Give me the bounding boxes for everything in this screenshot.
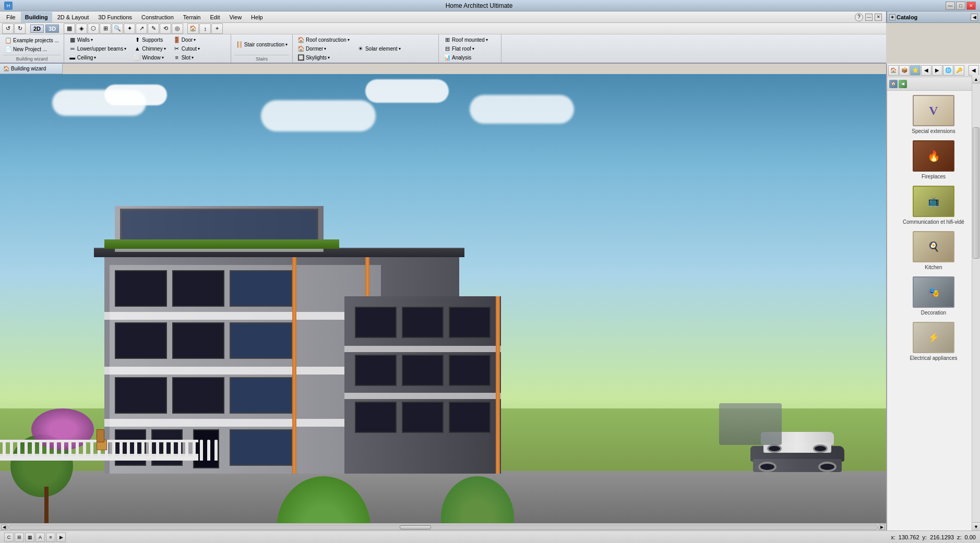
menu-terrain[interactable]: Terrain — [179, 12, 205, 22]
minimize-button[interactable]: — — [946, 2, 955, 10]
dormer-button[interactable]: 🏠 Dormer ▾ — [296, 44, 351, 53]
help-icon[interactable]: ? — [855, 13, 863, 21]
3d-viewport[interactable] — [0, 74, 886, 523]
catalog-scroll-thumb[interactable] — [973, 127, 979, 259]
close-button[interactable]: ✕ — [966, 2, 976, 10]
menu-2d-layout[interactable]: 2D & Layout — [53, 12, 93, 22]
menu-3d-functions[interactable]: 3D Functions — [94, 12, 136, 22]
skylights-button[interactable]: 🔲 Skylights ▾ — [296, 53, 351, 62]
tool-12[interactable]: ↕ — [199, 23, 211, 34]
maximize-button[interactable]: □ — [956, 2, 965, 10]
catalog-home-button[interactable]: 🏠 — [888, 65, 899, 76]
scroll-thumb[interactable] — [400, 525, 431, 529]
toolbar-section-construction: ▦ Walls ▾ ═ Lower/upper beams ▾ ▬ Ceilin… — [64, 34, 231, 63]
catalog-nav-home[interactable]: 🏠 — [889, 80, 898, 88]
communication-thumbnail: 📺 — [913, 186, 954, 217]
main-canvas[interactable] — [0, 74, 886, 523]
slot-button[interactable]: ≡ Slot ▾ — [172, 53, 201, 62]
3d-view-button[interactable]: 3D — [45, 25, 59, 33]
tool-9[interactable]: ⟲ — [160, 23, 171, 34]
catalog-key-button[interactable]: 🔑 — [954, 65, 964, 76]
roof-construction-button[interactable]: 🏠 Roof construction ▾ — [296, 35, 351, 44]
catalog-collapse-button[interactable]: ◀ — [971, 14, 978, 21]
catalog-scroll-down[interactable]: ▼ — [972, 522, 980, 530]
catalog-scrollbar[interactable]: ▲ ▼ — [972, 75, 980, 530]
toolbar-minimize-icon[interactable]: — — [865, 14, 873, 21]
scroll-track[interactable] — [8, 525, 878, 530]
cutout-button[interactable]: ✂ Cutout ▾ — [172, 44, 201, 53]
toolbar-close-icon[interactable]: ✕ — [875, 14, 882, 21]
new-project-button[interactable]: 📄 New Project ... — [3, 45, 49, 53]
analysis-button[interactable]: 📊 Analysis — [442, 53, 498, 62]
flat-roof-icon: ⊟ — [444, 45, 451, 52]
dormer-icon: 🏠 — [297, 45, 305, 52]
catalog-back-button[interactable]: ◀ — [921, 65, 931, 76]
window-icon: ⬜ — [134, 54, 141, 61]
lower-upper-beams-button[interactable]: ═ Lower/upper beams ▾ — [67, 44, 128, 53]
menu-view[interactable]: View — [225, 12, 246, 22]
status-icon-grid[interactable]: ⊞ — [15, 533, 24, 542]
menu-edit[interactable]: Edit — [206, 12, 224, 22]
tool-3[interactable]: ⬡ — [88, 23, 99, 34]
tool-11[interactable]: 🏠 — [187, 23, 199, 34]
redo-button[interactable]: ↻ — [14, 23, 26, 34]
catalog-item-kitchen[interactable]: 🍳 Kitchen — [897, 231, 970, 270]
tool-13[interactable]: ⌖ — [211, 23, 223, 34]
catalog-item-communication[interactable]: 📺 Communication et hifi-vidé — [897, 186, 970, 225]
tool-5[interactable]: 🔍 — [112, 23, 123, 34]
building-right-wing — [344, 296, 501, 474]
door-button[interactable]: 🚪 Door ▾ — [172, 35, 201, 44]
undo-button[interactable]: ↺ — [2, 23, 14, 34]
chimney-button[interactable]: ▲ Chimney ▾ — [132, 44, 167, 53]
tool-10[interactable]: ◎ — [172, 23, 183, 34]
catalog-item-electrical[interactable]: ⚡ Electrical appliances — [897, 322, 970, 361]
catalog-forward-button[interactable]: ▶ — [932, 65, 942, 76]
catalog-star-active-button[interactable]: ⭐ — [910, 65, 921, 76]
toolbar-section-wizard: 📋 Example projects ... 📄 New Project ...… — [0, 34, 64, 63]
wing-window-8 — [402, 402, 444, 433]
scroll-right-button[interactable]: ▶ — [879, 525, 885, 530]
solar-element-icon: ☀ — [357, 45, 364, 52]
catalog-globe-button[interactable]: 🌐 — [943, 65, 953, 76]
status-icon-play[interactable]: ▶ — [56, 533, 66, 542]
tool-8[interactable]: ✎ — [148, 23, 159, 34]
2d-view-button[interactable]: 2D — [30, 25, 44, 33]
menu-building[interactable]: Building — [21, 12, 52, 22]
catalog-folder-button[interactable]: 📦 — [899, 65, 910, 76]
menu-help[interactable]: Help — [247, 12, 267, 22]
tool-2[interactable]: ◈ — [76, 23, 87, 34]
catalog-scroll-track[interactable] — [972, 83, 980, 522]
app-icon: H — [4, 2, 13, 10]
tool-1[interactable]: ▦ — [64, 23, 75, 34]
catalog-item-decoration[interactable]: 🎭 Decoration — [897, 276, 970, 316]
building-wizard-button[interactable]: 🏠 Building wizard — [0, 64, 63, 74]
walls-button[interactable]: ▦ Walls ▾ — [67, 35, 128, 44]
roof-mounted-button[interactable]: ⊞ Roof mounted ▾ — [442, 35, 498, 44]
ceiling-button[interactable]: ▬ Ceiling ▾ — [67, 53, 128, 62]
status-icon-floor[interactable]: ▦ — [25, 533, 34, 542]
stair-construction-button[interactable]: 🪜 Stair construction ▾ — [234, 41, 289, 49]
tool-7[interactable]: ↗ — [136, 23, 147, 34]
status-icon-text[interactable]: A — [35, 533, 45, 542]
menu-construction[interactable]: Construction — [137, 12, 178, 22]
supports-button[interactable]: ⬆ Supports — [132, 35, 167, 44]
fireplaces-label: Fireplaces — [922, 174, 946, 179]
solar-element-button[interactable]: ☀ Solar element ▾ — [355, 44, 402, 53]
catalog-scroll-up[interactable]: ▲ — [972, 75, 980, 83]
status-icon-c[interactable]: C — [4, 533, 14, 542]
tool-4[interactable]: ⊞ — [100, 23, 111, 34]
catalog-item-fireplaces[interactable]: 🔥 Fireplaces — [897, 140, 970, 179]
status-icon-menu[interactable]: ≡ — [46, 533, 55, 542]
example-projects-button[interactable]: 📋 Example projects ... — [3, 36, 61, 44]
scroll-left-button[interactable]: ◀ — [1, 525, 7, 530]
catalog-item-special-extensions[interactable]: V Special extensions — [897, 95, 970, 134]
catalog-nav-back[interactable]: ◀ — [899, 80, 907, 88]
electrical-thumbnail: ⚡ — [913, 322, 954, 353]
canvas-horizontal-scrollbar[interactable]: ◀ ▶ — [0, 523, 886, 530]
flat-roof-button[interactable]: ⊟ Flat roof ▾ — [442, 44, 498, 53]
catalog-collapse-button[interactable]: ◀ — [969, 65, 979, 76]
window-button[interactable]: ⬜ Window ▾ — [132, 53, 167, 62]
menu-file[interactable]: File — [2, 12, 20, 22]
chimney-icon: ▲ — [134, 45, 141, 52]
tool-6[interactable]: ✦ — [124, 23, 135, 34]
